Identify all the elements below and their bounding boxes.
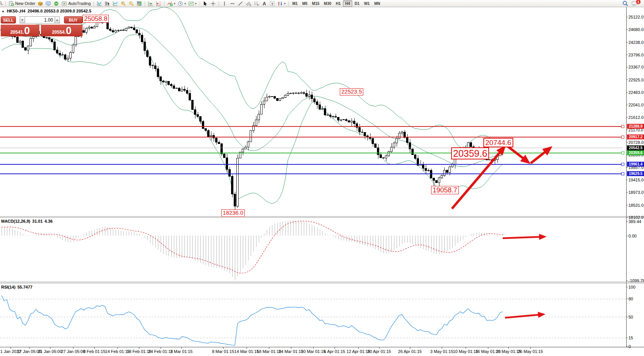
new-order-button[interactable]: New Order — [7, 0, 36, 7]
terminal-button[interactable] — [44, 0, 52, 7]
panel-divider[interactable] — [0, 282, 644, 282]
price-tag-20359.6: 20359.6 — [627, 150, 644, 155]
time-tick — [291, 347, 291, 349]
text-label-button[interactable]: T — [268, 0, 276, 7]
rsi-arrow[interactable] — [505, 314, 543, 318]
buy-button[interactable]: BUY — [64, 16, 83, 23]
time-tick — [442, 347, 442, 349]
tf-button-H4[interactable]: H4 — [343, 0, 352, 7]
arrows-tool-button[interactable]: ▾ — [276, 0, 287, 7]
time-label: 18 Feb 01:15 — [127, 349, 152, 354]
timeframe-group: M1M5M15M30H1H4D1W1MN — [290, 0, 383, 7]
candle-body — [14, 37, 16, 37]
hline-handle[interactable] — [622, 136, 624, 138]
candle-body — [306, 93, 308, 96]
volume-decrease-button[interactable]: ▼ — [20, 16, 25, 23]
tf-button-H1[interactable]: H1 — [334, 0, 343, 7]
hline-handle[interactable] — [622, 172, 624, 175]
templates-button[interactable]: ▾ — [187, 0, 198, 7]
market-depth-button[interactable] — [36, 0, 44, 7]
annotation-25058.8[interactable]: 25058.8 — [83, 15, 109, 23]
candle-body — [109, 29, 111, 30]
zoom-out-button[interactable] — [127, 0, 135, 7]
buy-price-panel[interactable]: 20554.0 — [41, 25, 83, 36]
trendline-button[interactable] — [236, 0, 244, 7]
volume-increase-button[interactable]: ▲ — [55, 16, 60, 23]
new-order-label: New Order — [15, 1, 35, 6]
panel-divider[interactable] — [0, 216, 644, 217]
cursor-button[interactable] — [201, 0, 209, 7]
search-icon[interactable] — [622, 0, 628, 7]
magnifier-stub-icon[interactable] — [0, 1, 4, 6]
signals-button[interactable] — [52, 0, 60, 7]
tf-button-M5[interactable]: M5 — [300, 0, 310, 7]
rsi-panel-surface[interactable] — [0, 283, 644, 347]
candle-body — [152, 65, 154, 66]
sell-price-panel[interactable]: 20541.0 — [1, 25, 39, 36]
annotation-18236.0[interactable]: 18236.0 — [221, 209, 245, 217]
zoom-in-button[interactable] — [119, 0, 127, 7]
autotrading-icon — [61, 1, 67, 6]
candle-body — [33, 37, 34, 38]
chat-button[interactable]: 1 — [631, 0, 639, 6]
time-tick — [94, 347, 95, 349]
annotation-20359.6[interactable]: 20359.6 — [451, 147, 489, 159]
periods-button[interactable]: ▾ — [177, 0, 187, 7]
annotation-19058.7[interactable]: 19058.7 — [431, 186, 459, 194]
tf-button-W1[interactable]: W1 — [362, 0, 372, 7]
tf-button-D1[interactable]: D1 — [352, 0, 362, 7]
tile-windows-button[interactable] — [135, 0, 143, 7]
vertical-line-button[interactable] — [220, 0, 228, 7]
time-label: 10 May 01:15 — [453, 349, 478, 354]
rsi-value: 55.7477 — [17, 285, 33, 289]
macd-arrow[interactable] — [503, 237, 544, 238]
candle-body — [197, 115, 199, 117]
tf-button-M1[interactable]: M1 — [290, 0, 300, 7]
candle-chart-button[interactable] — [103, 0, 111, 7]
tf-button-M15[interactable]: M15 — [310, 0, 322, 7]
macd-panel-surface[interactable] — [0, 218, 644, 283]
fibonacci-button[interactable]: F — [252, 0, 260, 7]
volume-input[interactable] — [25, 16, 55, 23]
candle-body — [383, 158, 385, 158]
separator — [94, 1, 94, 6]
sell-button[interactable]: SELL — [1, 16, 16, 23]
channel-button[interactable]: E — [244, 0, 252, 7]
candle-body — [274, 97, 276, 98]
candle-body — [258, 114, 260, 120]
crosshair-button[interactable] — [209, 0, 217, 7]
candle-body — [51, 39, 53, 42]
candle-body — [404, 132, 406, 137]
candle-body — [133, 28, 135, 30]
hline-handle[interactable] — [622, 125, 624, 128]
annotation-22523.5[interactable]: 22523.5 — [340, 88, 363, 95]
trend-arrow[interactable] — [508, 147, 528, 162]
hline-handle[interactable] — [622, 151, 624, 154]
chevron-down-icon: ▾ — [184, 1, 186, 6]
bar-chart-button[interactable] — [95, 0, 103, 7]
tf-button-M30[interactable]: M30 — [322, 0, 333, 7]
price-tick-label: 22041.0 — [628, 103, 644, 107]
annotation-20744.6[interactable]: 20744.6 — [483, 138, 513, 147]
add-indicator-button[interactable]: ▾ — [166, 0, 177, 7]
rsi-axis-label: 100 — [628, 285, 635, 289]
chart-shift-button[interactable] — [155, 0, 163, 7]
crosshair-icon — [210, 1, 216, 6]
candle-body — [131, 27, 133, 28]
hline-handle[interactable] — [622, 163, 624, 166]
candle-body — [176, 88, 178, 89]
candle-body — [88, 27, 90, 28]
tf-button-MN[interactable]: MN — [372, 0, 383, 7]
candle-body — [369, 137, 371, 138]
text-button[interactable]: A — [260, 0, 268, 7]
trend-arrow[interactable] — [531, 148, 550, 163]
candle-body — [208, 131, 209, 136]
horizontal-line-button[interactable] — [228, 0, 236, 7]
line-chart-button[interactable] — [111, 0, 119, 7]
autotrading-button[interactable]: AutoTrading — [60, 0, 92, 7]
candle-body — [117, 30, 119, 31]
auto-scroll-button[interactable] — [147, 0, 155, 7]
main-chart-surface[interactable] — [0, 7, 644, 218]
candle-body — [338, 117, 339, 120]
time-axis[interactable]: 1 Jan 202217 Jan 05:0021 Jan 05:0027 Jan… — [0, 347, 644, 356]
